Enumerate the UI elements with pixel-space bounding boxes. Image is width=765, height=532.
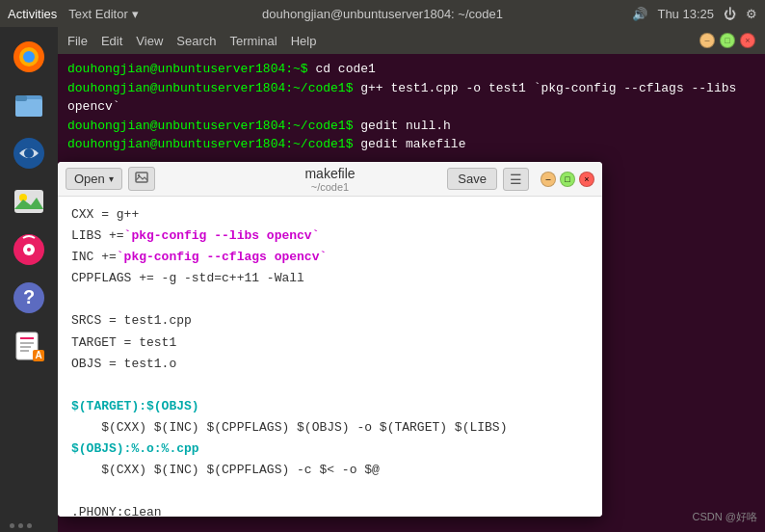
gedit-filename: makefile	[304, 166, 355, 181]
gedit-maximize-btn[interactable]: □	[560, 172, 575, 187]
system-bar: Activities Text Editor ▾ douhongjian@unb…	[0, 0, 765, 27]
prompt-2: douhongjian@unbuntuserver1804:~/code1$	[67, 81, 353, 95]
terminal-line-3: douhongjian@unbuntuserver1804:~/code1$ g…	[67, 117, 755, 136]
svg-rect-4	[15, 99, 42, 117]
settings-icon: ⚙	[746, 7, 757, 21]
svg-text:A: A	[35, 350, 41, 360]
sidebar-icon-text-editor[interactable]: A	[7, 324, 51, 368]
gedit-path: ~/code1	[304, 181, 355, 193]
terminal-close-btn[interactable]: ×	[740, 33, 755, 48]
sidebar-icon-thunderbird[interactable]	[7, 131, 51, 175]
menu-file[interactable]: File	[67, 34, 88, 48]
image-icon	[135, 171, 148, 184]
prompt-1: douhongjian@unbuntuserver1804:~$	[67, 62, 308, 76]
sidebar-icon-firefox[interactable]	[7, 35, 51, 79]
menu-help[interactable]: Help	[291, 34, 317, 48]
dock-bottom-dots	[10, 523, 32, 528]
terminal-line-4: douhongjian@unbuntuserver1804:~/code1$ g…	[67, 135, 755, 154]
gedit-menu-button[interactable]: ☰	[503, 168, 529, 191]
terminal-line-2: douhongjian@unbuntuserver1804:~/code1$ g…	[67, 79, 755, 117]
sidebar: ? A	[0, 27, 58, 532]
gedit-close-btn[interactable]: ×	[579, 172, 594, 187]
image-button[interactable]	[128, 167, 155, 191]
svg-point-12	[27, 248, 31, 252]
code-editor[interactable]: CXX = g++ LIBS +=`pkg-config --libs open…	[58, 197, 602, 517]
open-label: Open	[74, 172, 105, 186]
svg-rect-22	[136, 173, 147, 182]
menu-edit[interactable]: Edit	[101, 34, 122, 48]
power-icon: ⏻	[724, 7, 736, 21]
terminal-line-1: douhongjian@unbuntuserver1804:~$ cd code…	[67, 60, 755, 79]
system-bar-left: Activities Text Editor ▾	[8, 7, 139, 21]
svg-point-2	[23, 51, 35, 63]
system-bar-right: 🔊 Thu 13:25 ⏻ ⚙	[632, 7, 757, 21]
gedit-title-center: makefile ~/code1	[304, 166, 355, 193]
menu-terminal[interactable]: Terminal	[230, 34, 277, 48]
open-button[interactable]: Open ▾	[66, 168, 122, 190]
gedit-minimize-btn[interactable]: –	[541, 172, 556, 187]
gedit-right-controls: Save ☰ – □ ×	[447, 168, 594, 191]
terminal-content: douhongjian@unbuntuserver1804:~$ cd code…	[58, 54, 765, 160]
cmd-4: gedit makefile	[353, 137, 465, 151]
gedit-window: Open ▾ makefile ~/code1 Save ☰ – □ ×	[58, 162, 602, 517]
svg-point-7	[24, 148, 34, 158]
svg-rect-5	[15, 95, 27, 101]
text-editor-dropdown-icon: ▾	[132, 7, 139, 21]
menu-view[interactable]: View	[136, 34, 163, 48]
watermark: CSDN @好咯	[693, 510, 757, 524]
open-dropdown-icon: ▾	[109, 173, 114, 184]
text-editor-menu[interactable]: Text Editor ▾	[68, 7, 138, 21]
prompt-3: douhongjian@unbuntuserver1804:~/code1$	[67, 119, 353, 133]
gedit-left-controls: Open ▾	[66, 167, 155, 191]
terminal-maximize-btn[interactable]: □	[720, 33, 735, 48]
cmd-1: cd code1	[308, 62, 376, 76]
cmd-3: gedit null.h	[353, 119, 450, 133]
sidebar-icon-photos[interactable]	[7, 179, 51, 224]
datetime: Thu 13:25	[657, 7, 714, 21]
gedit-titlebar: Open ▾ makefile ~/code1 Save ☰ – □ ×	[58, 162, 602, 197]
terminal-win-controls: – □ ×	[699, 33, 755, 48]
terminal-titlebar: File Edit View Search Terminal Help – □ …	[58, 27, 765, 54]
save-button[interactable]: Save	[447, 168, 497, 190]
terminal-menu: File Edit View Search Terminal Help	[67, 34, 316, 48]
volume-icon: 🔊	[632, 7, 647, 21]
terminal-minimize-btn[interactable]: –	[699, 33, 715, 48]
prompt-4: douhongjian@unbuntuserver1804:~/code1$	[67, 137, 353, 151]
activities-button[interactable]: Activities	[8, 7, 57, 21]
gedit-window-controls: – □ ×	[541, 172, 594, 187]
svg-rect-8	[14, 190, 43, 213]
sidebar-icon-help[interactable]: ?	[7, 276, 51, 320]
svg-text:?: ?	[23, 286, 35, 307]
text-editor-label: Text Editor	[68, 7, 127, 21]
sidebar-icon-files[interactable]	[7, 83, 51, 127]
system-bar-title: douhongjian@unbuntuserver1804: ~/code1	[262, 7, 503, 21]
menu-search[interactable]: Search	[176, 34, 216, 48]
sidebar-icon-music[interactable]	[7, 227, 51, 272]
